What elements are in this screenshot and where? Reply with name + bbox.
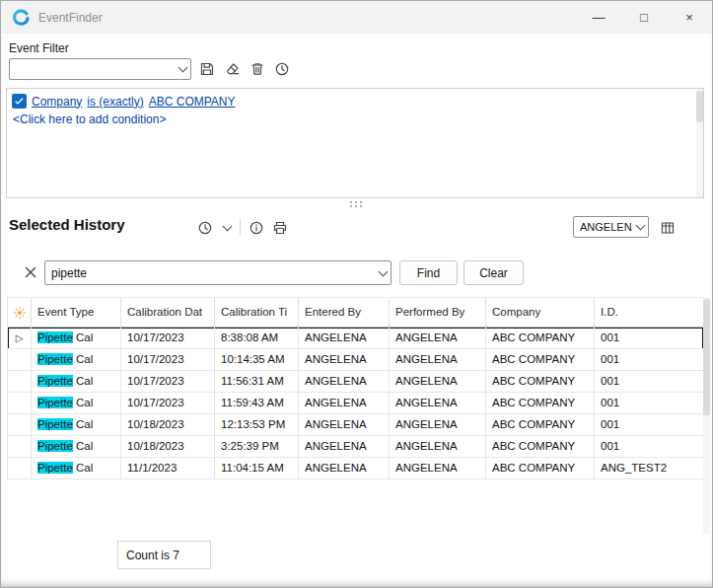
printer-icon xyxy=(272,220,288,236)
filter-combo[interactable] xyxy=(9,58,191,80)
column-header-calibration-dat[interactable]: Calibration Dat xyxy=(121,298,215,328)
add-condition-link[interactable]: <Click here to add condition> xyxy=(7,109,703,126)
print-button[interactable] xyxy=(269,217,291,239)
cell-event-type: Pipette Cal xyxy=(32,371,121,393)
row-indicator xyxy=(8,458,32,479)
cell-event-type: Pipette Cal xyxy=(32,349,121,371)
user-combo[interactable]: ANGELENA xyxy=(573,216,649,238)
cell-calibration-date: 10/17/2023 xyxy=(121,393,215,414)
table-row[interactable]: Pipette Cal10/18/202312:13:53 PMANGELENA… xyxy=(7,414,703,436)
row-indicator xyxy=(8,393,32,414)
grid-scrollbar[interactable] xyxy=(703,297,710,534)
info-button[interactable] xyxy=(246,217,267,239)
cell-company: ABC COMPANY xyxy=(486,458,595,479)
minimize-button[interactable]: — xyxy=(576,1,621,34)
row-indicator xyxy=(8,371,32,393)
sun-icon xyxy=(13,306,27,320)
scrollbar-thumb[interactable] xyxy=(696,91,703,122)
cell-calibration-time: 11:04:15 AM xyxy=(215,458,299,479)
save-icon xyxy=(199,61,215,77)
column-header-entered-by[interactable]: Entered By xyxy=(299,298,390,328)
cell-id: 001 xyxy=(595,371,704,393)
search-highlight: Pipette xyxy=(37,440,73,452)
column-header-i-d-[interactable]: I.D. xyxy=(595,298,704,328)
splitter-handle[interactable] xyxy=(1,199,712,210)
panel-scrollbar[interactable] xyxy=(696,89,703,197)
header-indicator-cell[interactable] xyxy=(8,298,32,328)
grip-dots-icon xyxy=(350,201,363,208)
find-button[interactable]: Find xyxy=(399,260,458,285)
search-input[interactable] xyxy=(45,266,375,280)
condition-operator-link[interactable]: is (exactly) xyxy=(87,95,143,109)
condition-value-link[interactable]: ABC COMPANY xyxy=(149,95,236,109)
toolbar-separator xyxy=(240,219,241,236)
history-time-button[interactable] xyxy=(194,217,216,239)
column-header-company[interactable]: Company xyxy=(486,298,595,328)
cell-event-type: Pipette Cal xyxy=(32,393,121,414)
cell-entered-by: ANGELENA xyxy=(299,349,390,371)
scrollbar-thumb[interactable] xyxy=(703,299,710,415)
cell-calibration-time: 12:13:53 PM xyxy=(215,414,299,436)
cell-calibration-time: 10:14:35 AM xyxy=(215,349,299,371)
event-filter-label: Event Filter xyxy=(9,41,69,55)
filter-combo-input[interactable] xyxy=(10,62,175,76)
cell-calibration-date: 11/1/2023 xyxy=(121,458,215,479)
cell-calibration-date: 10/18/2023 xyxy=(121,436,215,458)
titlebar: EventFinder — □ × xyxy=(1,1,712,34)
search-highlight: Pipette xyxy=(37,375,73,387)
cell-event-type: Pipette Cal xyxy=(32,436,121,458)
cell-entered-by: ANGELENA xyxy=(299,371,390,393)
clock-icon xyxy=(197,220,213,236)
filter-history-button[interactable] xyxy=(271,58,293,80)
column-header-event-type[interactable]: Event Type xyxy=(32,298,121,328)
table-row[interactable]: Pipette Cal10/17/202311:56:31 AMANGELENA… xyxy=(7,371,703,393)
cell-id: 001 xyxy=(595,393,704,414)
grid: Event TypeCalibration DatCalibration TiE… xyxy=(7,297,703,479)
close-button[interactable]: × xyxy=(667,1,712,34)
x-icon xyxy=(23,264,38,280)
table-row[interactable]: Pipette Cal10/18/20233:25:39 PMANGELENAA… xyxy=(7,436,703,458)
cell-calibration-date: 10/17/2023 xyxy=(121,371,215,393)
row-indicator: ▷ xyxy=(8,328,32,349)
column-header-calibration-ti[interactable]: Calibration Ti xyxy=(215,298,299,328)
user-combo-value: ANGELENA xyxy=(574,221,632,233)
table-row[interactable]: ▷Pipette Cal10/17/20238:38:08 AMANGELENA… xyxy=(7,328,703,349)
table-row[interactable]: Pipette Cal10/17/202310:14:35 AMANGELENA… xyxy=(7,349,703,371)
cell-id: 001 xyxy=(595,349,704,371)
clear-search-button[interactable] xyxy=(20,261,41,283)
grid-body: ▷Pipette Cal10/17/20238:38:08 AMANGELENA… xyxy=(7,328,703,479)
check-icon xyxy=(14,96,25,107)
search-highlight: Pipette xyxy=(37,353,73,365)
cell-calibration-time: 11:56:31 AM xyxy=(215,371,299,393)
delete-filter-button[interactable] xyxy=(247,58,268,80)
condition-field-link[interactable]: Company xyxy=(32,95,82,109)
condition-row: Company is (exactly) ABC COMPANY xyxy=(7,89,703,109)
search-combo[interactable] xyxy=(44,260,392,285)
column-header-performed-by[interactable]: Performed By xyxy=(390,298,486,328)
condition-checkbox[interactable] xyxy=(12,94,27,109)
row-indicator xyxy=(8,414,32,436)
chevron-down-icon[interactable] xyxy=(375,261,391,284)
history-dropdown-button[interactable] xyxy=(216,217,238,239)
cell-performed-by: ANGELENA xyxy=(390,328,486,349)
cell-company: ABC COMPANY xyxy=(486,393,595,414)
clear-button[interactable]: Clear xyxy=(463,260,524,285)
cell-event-type: Pipette Cal xyxy=(32,414,121,436)
table-row[interactable]: Pipette Cal11/1/202311:04:15 AMANGELENAA… xyxy=(7,458,703,479)
save-filter-button[interactable] xyxy=(196,58,218,80)
clock-icon xyxy=(274,61,290,77)
chevron-down-icon[interactable] xyxy=(175,59,190,79)
field-chooser-button[interactable] xyxy=(657,217,678,239)
chevron-down-icon[interactable] xyxy=(632,217,648,237)
clear-filter-button[interactable] xyxy=(222,58,244,80)
count-box: Count is 7 xyxy=(117,541,211,569)
table-row[interactable]: Pipette Cal10/17/202311:59:43 AMANGELENA… xyxy=(7,393,703,414)
row-indicator xyxy=(8,349,32,371)
info-icon xyxy=(249,220,264,236)
eventfinder-window: EventFinder — □ × Event Filter xyxy=(0,0,713,588)
maximize-button[interactable]: □ xyxy=(621,1,667,34)
cell-performed-by: ANGELENA xyxy=(390,458,486,479)
search-highlight: Pipette xyxy=(37,331,73,343)
cell-entered-by: ANGELENA xyxy=(299,393,390,414)
cell-performed-by: ANGELENA xyxy=(390,436,486,458)
